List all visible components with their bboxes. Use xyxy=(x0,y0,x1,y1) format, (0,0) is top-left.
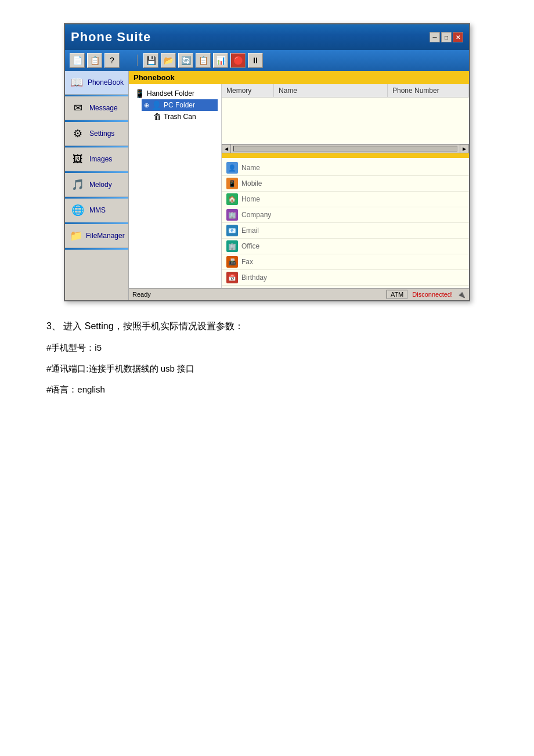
status-badge: ATM xyxy=(387,290,407,299)
instructions-section: 3、 进入 Setting，按照手机实际情况设置参数： #手机型号：i5 #通讯… xyxy=(35,319,499,397)
col-header-name: Name xyxy=(274,84,388,97)
sidebar-item-melody[interactable]: 🎵 Melody xyxy=(65,173,128,197)
message-icon: ✉ xyxy=(70,100,86,116)
melody-icon: 🎵 xyxy=(70,177,86,193)
toolbar-save-button[interactable]: 💾 xyxy=(143,53,158,68)
sidebar-label-mms: MMS xyxy=(89,206,106,214)
trash-icon: 🗑 xyxy=(153,112,161,121)
toolbar-record-button[interactable]: 🔴 xyxy=(230,53,246,68)
toolbar: 📄 📋 ? 💾 📂 🔄 📋 📊 🔴 ⏸ xyxy=(65,50,469,71)
phonebook-title: Phonebook xyxy=(134,73,175,82)
sidebar-item-mms[interactable]: 🌐 MMS xyxy=(65,199,128,222)
name-field-input[interactable] xyxy=(291,163,464,173)
form-row-office: 🏢 Office xyxy=(222,239,469,254)
status-icon: 🔌 xyxy=(457,291,466,298)
toolbar-chart-button[interactable]: 📊 xyxy=(213,53,228,68)
scroll-right-arrow[interactable]: ▶ xyxy=(460,144,469,153)
col-header-phone: Phone Number xyxy=(388,84,469,97)
sidebar-label-melody: Melody xyxy=(89,181,112,189)
sidebar-item-message[interactable]: ✉ Message xyxy=(65,96,128,120)
email-field-input[interactable] xyxy=(291,225,464,236)
tree-item-handset-label: Handset Folder xyxy=(147,89,194,98)
tree-item-trash[interactable]: 🗑 Trash Can xyxy=(151,111,218,123)
company-field-input[interactable] xyxy=(291,210,464,220)
home-field-input[interactable] xyxy=(291,194,464,204)
col-header-memory: Memory xyxy=(222,84,274,97)
status-text: Ready xyxy=(132,291,382,298)
form-row-company: 🏢 Company xyxy=(222,207,469,223)
expand-icon: ⊕ xyxy=(144,102,149,109)
minimize-button[interactable]: ─ xyxy=(430,32,440,42)
birthday-field-icon: 📅 xyxy=(226,272,238,283)
instruction-port: #通讯端口:连接手机数据线的 usb 接口 xyxy=(46,362,488,376)
scroll-track[interactable] xyxy=(233,146,457,152)
filemanager-icon: 📁 xyxy=(70,228,82,244)
office-field-label: Office xyxy=(241,242,288,250)
toolbar-separator xyxy=(137,55,138,66)
scroll-bar[interactable]: ◀ ▶ xyxy=(222,144,469,153)
instruction-language: #语言：english xyxy=(46,383,488,397)
status-bar: Ready ATM Disconnected! 🔌 xyxy=(129,288,469,300)
toolbar-pause-button[interactable]: ⏸ xyxy=(248,53,263,68)
toolbar-open-button[interactable]: 📋 xyxy=(87,53,102,68)
content-body: 📱 Handset Folder ⊕ 👤 PC Folder 🗑 Trash C… xyxy=(129,84,469,288)
sidebar-label-settings: Settings xyxy=(89,129,114,138)
mobile-field-icon: 📱 xyxy=(226,178,238,189)
tree-item-handset[interactable]: 📱 Handset Folder xyxy=(132,88,218,99)
form-row-email: 📧 Email xyxy=(222,223,469,239)
maximize-button[interactable]: □ xyxy=(441,32,452,42)
form-row-name: 👤 Name xyxy=(222,160,469,176)
home-field-label: Home xyxy=(241,195,288,203)
home-field-icon: 🏠 xyxy=(226,193,238,205)
tree-item-trash-label: Trash Can xyxy=(164,113,196,121)
data-panel: Memory Name Phone Number ◀ ▶ xyxy=(222,84,469,288)
fax-field-icon: 📠 xyxy=(226,256,238,268)
form-row-fax: 📠 Fax xyxy=(222,254,469,270)
email-field-label: Email xyxy=(241,226,288,235)
sidebar-item-images[interactable]: 🖼 Images xyxy=(65,147,128,171)
form-row-home: 🏠 Home xyxy=(222,192,469,207)
table-body xyxy=(222,98,469,144)
fax-field-input[interactable] xyxy=(291,257,464,267)
phonebook-icon: 📖 xyxy=(70,74,84,91)
sidebar: 📖 PhoneBook ✉ Message ⚙ Settings 🖼 Image… xyxy=(65,71,129,300)
toolbar-folder-button[interactable]: 📂 xyxy=(161,53,176,68)
window-controls: ─ □ ✕ xyxy=(430,32,463,42)
office-field-icon: 🏢 xyxy=(226,240,238,252)
images-icon: 🖼 xyxy=(70,151,86,167)
form-row-mobile: 📱 Mobile xyxy=(222,176,469,192)
instruction-step3: 3、 进入 Setting，按照手机实际情况设置参数： xyxy=(46,319,488,334)
tree-panel: 📱 Handset Folder ⊕ 👤 PC Folder 🗑 Trash C… xyxy=(129,84,222,288)
sidebar-divider-7 xyxy=(65,248,128,250)
name-field-icon: 👤 xyxy=(226,162,238,174)
table-header: Memory Name Phone Number xyxy=(222,84,469,98)
sidebar-label-filemanager: FileManager xyxy=(86,232,125,240)
form-fields: 👤 Name 📱 Mobile 🏠 Hom xyxy=(222,158,469,288)
content-panel: Phonebook 📱 Handset Folder ⊕ 👤 PC Fold xyxy=(129,71,469,300)
company-field-icon: 🏢 xyxy=(226,209,238,221)
settings-icon: ⚙ xyxy=(70,125,86,142)
toolbar-refresh-button[interactable]: 🔄 xyxy=(178,53,193,68)
sidebar-label-phonebook: PhoneBook xyxy=(88,78,124,87)
mobile-field-label: Mobile xyxy=(241,179,288,188)
sidebar-item-filemanager[interactable]: 📁 FileManager xyxy=(65,224,128,248)
toolbar-right: 💾 📂 🔄 📋 📊 🔴 ⏸ xyxy=(143,53,263,68)
toolbar-copy-button[interactable]: 📋 xyxy=(196,53,211,68)
mobile-field-input[interactable] xyxy=(291,178,464,189)
close-button[interactable]: ✕ xyxy=(453,32,463,42)
sidebar-label-images: Images xyxy=(89,155,112,163)
sidebar-item-settings[interactable]: ⚙ Settings xyxy=(65,122,128,146)
toolbar-new-button[interactable]: 📄 xyxy=(70,53,85,68)
birthday-field-input[interactable] xyxy=(291,272,464,283)
scroll-left-arrow[interactable]: ◀ xyxy=(222,144,231,153)
sidebar-item-phonebook[interactable]: 📖 PhoneBook xyxy=(65,71,128,95)
company-field-label: Company xyxy=(241,211,288,219)
main-area: 📖 PhoneBook ✉ Message ⚙ Settings 🖼 Image… xyxy=(65,71,469,300)
toolbar-help-button[interactable]: ? xyxy=(104,53,120,68)
app-title: Phone Suite xyxy=(71,30,151,45)
handset-folder-icon: 📱 xyxy=(135,89,145,98)
office-field-input[interactable] xyxy=(291,241,464,251)
tree-item-pc[interactable]: ⊕ 👤 PC Folder xyxy=(142,99,218,111)
email-field-icon: 📧 xyxy=(226,225,238,236)
instruction-model: #手机型号：i5 xyxy=(46,341,488,355)
